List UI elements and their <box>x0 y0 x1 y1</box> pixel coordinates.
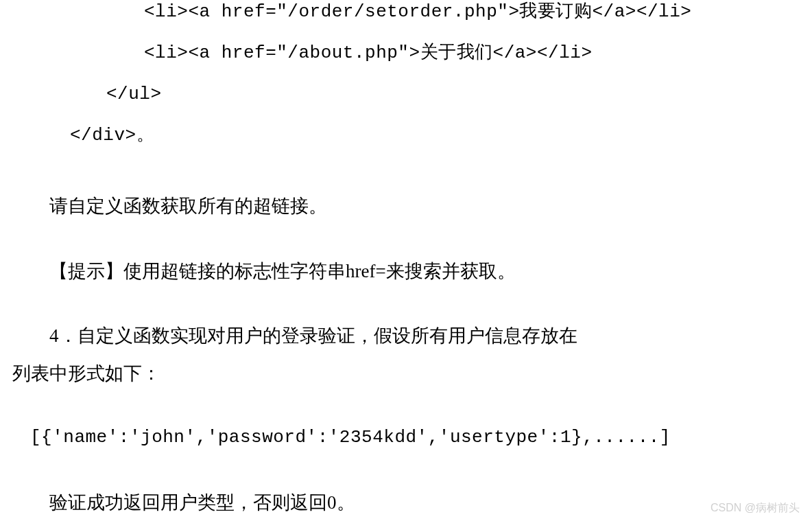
paragraph-question-4b: 列表中形式如下： <box>0 350 812 388</box>
paragraph-instruction: 请自定义函数获取所有的超链接。 <box>0 144 812 220</box>
paragraph-question-4a: 4．自定义函数实现对用户的登录验证，假设所有用户信息存放在 <box>0 285 812 350</box>
watermark: CSDN @病树前头 <box>710 501 800 516</box>
paragraph-result: 验证成功返回用户类型，否则返回0。 <box>0 448 812 517</box>
code-line: </ul> <box>0 62 812 103</box>
code-line: <li><a href="/order/setorder.php">我要订购</… <box>0 0 812 21</box>
paragraph-hint: 【提示】使用超链接的标志性字符串href=来搜索并获取。 <box>0 220 812 286</box>
code-line: </div>。 <box>0 103 812 144</box>
document-content: <li><a href="/order/setorder.php">我要订购</… <box>0 0 812 517</box>
code-line: [{'name':'john','password':'2354kdd','us… <box>0 387 812 448</box>
code-line: <li><a href="/about.php">关于我们</a></li> <box>0 21 812 62</box>
